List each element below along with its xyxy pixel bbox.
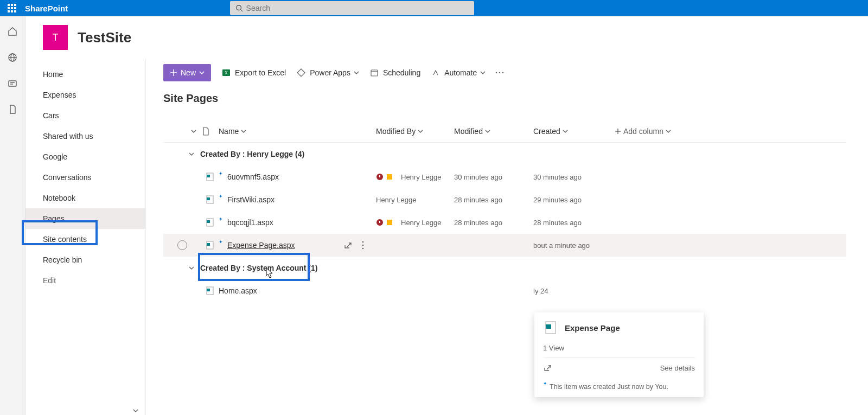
ql-conversations[interactable]: Conversations: [25, 167, 145, 188]
export-excel[interactable]: X Export to Excel: [221, 67, 286, 78]
see-details-link[interactable]: See details: [660, 364, 695, 372]
file-name[interactable]: Expense Page.aspx: [227, 241, 295, 250]
modified: 28 minutes ago: [454, 196, 533, 204]
power-apps[interactable]: Power Apps: [296, 67, 359, 78]
ql-home[interactable]: Home: [25, 64, 145, 85]
checkout-icon: [376, 173, 384, 181]
flow-icon: [430, 67, 441, 78]
globe-icon[interactable]: [7, 52, 18, 63]
ql-pages[interactable]: Pages: [25, 208, 145, 229]
svg-rect-40: [387, 220, 392, 225]
svg-point-25: [499, 72, 501, 74]
file-type-header-icon[interactable]: [201, 127, 219, 136]
svg-rect-33: [387, 174, 392, 180]
site-page-icon: [201, 286, 219, 296]
automate-label: Automate: [444, 68, 477, 77]
created: 29 minutes ago: [533, 196, 604, 204]
export-label: Export to Excel: [235, 68, 286, 77]
svg-rect-37: [207, 220, 210, 223]
excel-icon: X: [221, 67, 232, 78]
col-mod-label: Modified: [454, 127, 483, 136]
collapse-nav-icon[interactable]: [131, 406, 140, 415]
site-title: TestSite: [78, 29, 131, 46]
site-page-icon: [201, 195, 219, 205]
svg-rect-14: [9, 81, 16, 86]
file-name[interactable]: Home.aspx: [219, 286, 257, 295]
powerapps-icon: [296, 67, 307, 78]
scheduling-label: Scheduling: [383, 68, 420, 77]
svg-rect-30: [207, 175, 210, 177]
table-row[interactable]: ✦bqccqjl1.aspx Henry Legge 28 minutes ag…: [163, 211, 846, 234]
ql-recycle-bin[interactable]: Recycle bin: [25, 250, 145, 270]
table-row[interactable]: ✦FirstWiki.aspx Henry Legge 28 minutes a…: [163, 188, 846, 211]
created: 30 minutes ago: [533, 173, 604, 181]
share-icon[interactable]: [343, 241, 352, 250]
svg-rect-7: [11, 10, 13, 12]
svg-point-24: [496, 72, 497, 74]
ql-google[interactable]: Google: [25, 146, 145, 167]
col-modified[interactable]: Modified: [454, 127, 533, 136]
col-name-label: Name: [219, 127, 239, 136]
share-icon[interactable]: [543, 363, 552, 372]
home-icon[interactable]: [7, 26, 18, 37]
scheduling[interactable]: Scheduling: [369, 67, 420, 78]
ql-notebook[interactable]: Notebook: [25, 188, 145, 208]
svg-text:X: X: [225, 71, 228, 75]
svg-rect-22: [371, 70, 378, 76]
col-name[interactable]: Name: [219, 127, 376, 136]
file-hover-card: Expense Page 1 View See details ✦This it…: [534, 312, 704, 397]
svg-point-26: [502, 72, 504, 74]
automate[interactable]: Automate: [430, 67, 486, 78]
chevron-down-icon[interactable]: [188, 151, 195, 157]
cursor-pointer-icon: [263, 267, 274, 280]
file-name[interactable]: 6uovmnf5.aspx: [227, 173, 279, 181]
suite-brand: SharePoint: [25, 4, 68, 13]
row-select[interactable]: [177, 240, 187, 250]
ql-site-contents[interactable]: Site contents: [25, 229, 145, 250]
file-name[interactable]: FirstWiki.aspx: [227, 195, 275, 204]
ql-shared[interactable]: Shared with us: [25, 126, 145, 146]
modified: 30 minutes ago: [454, 173, 533, 181]
ql-edit[interactable]: Edit: [25, 270, 145, 291]
hover-card-activity: This item was created Just now by You.: [550, 383, 668, 391]
news-icon[interactable]: [7, 78, 18, 89]
table-row[interactable]: ✦Expense Page.aspx bout a minute ago: [163, 234, 846, 257]
col-created[interactable]: Created: [533, 127, 604, 136]
table-row[interactable]: ✦6uovmnf5.aspx Henry Legge 30 minutes ag…: [163, 165, 846, 188]
search-box[interactable]: [230, 1, 474, 15]
new-button[interactable]: New: [163, 64, 211, 81]
page-title: Site Pages: [146, 92, 868, 105]
more-commands[interactable]: [495, 72, 504, 74]
column-header-row: Name Modified By Modified Created Add co…: [163, 120, 846, 143]
group-expand-all[interactable]: [163, 128, 201, 135]
more-actions-icon[interactable]: [362, 241, 364, 250]
modified: 28 minutes ago: [454, 219, 533, 227]
search-input[interactable]: [246, 4, 469, 12]
svg-rect-42: [207, 243, 210, 246]
powerapps-label: Power Apps: [310, 68, 350, 77]
activity-icon: ✦: [543, 381, 547, 386]
add-column[interactable]: Add column: [604, 127, 712, 136]
new-indicator-icon: ✦: [219, 171, 223, 176]
file-name[interactable]: bqccqjl1.aspx: [227, 218, 273, 227]
created: 28 minutes ago: [533, 219, 604, 227]
col-modified-by[interactable]: Modified By: [376, 127, 454, 136]
svg-rect-3: [8, 7, 10, 9]
site-page-icon: [201, 172, 219, 182]
table-row[interactable]: Home.aspx ly 24: [163, 279, 846, 302]
files-icon[interactable]: [7, 104, 18, 115]
created: bout a minute ago: [533, 241, 604, 250]
svg-rect-8: [14, 10, 16, 12]
hover-card-views: 1 View: [543, 344, 695, 352]
chevron-down-icon[interactable]: [188, 265, 195, 271]
ql-expenses[interactable]: Expenses: [25, 85, 145, 105]
ql-cars[interactable]: Cars: [25, 105, 145, 126]
svg-point-9: [236, 5, 241, 10]
app-launcher[interactable]: [4, 1, 20, 16]
svg-rect-6: [8, 10, 10, 12]
svg-rect-47: [207, 289, 210, 291]
modified-by: Henry Legge: [401, 219, 441, 227]
hover-card-title: Expense Page: [565, 323, 620, 333]
svg-rect-4: [11, 7, 13, 9]
group-header[interactable]: Created By : Henry Legge (4): [163, 143, 846, 165]
